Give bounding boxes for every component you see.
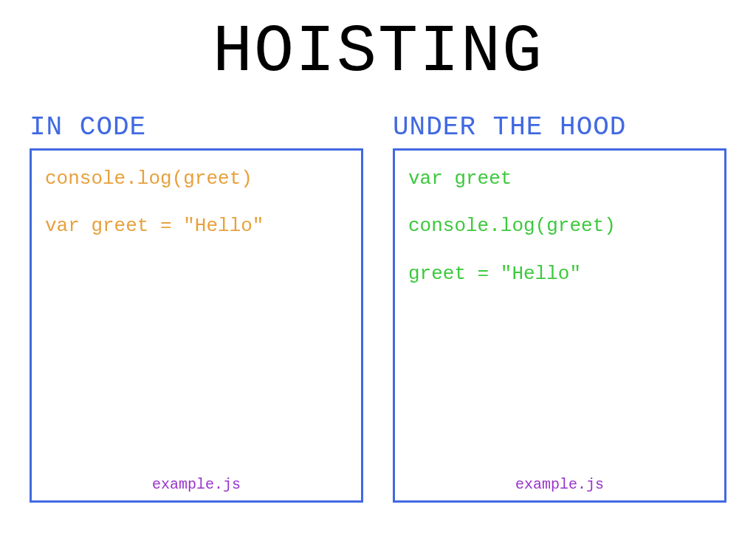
right-code-box: var greet console.log(greet) greet = "He… (393, 148, 726, 503)
code-line: console.log(greet) (45, 165, 348, 192)
left-code-box: console.log(greet) var greet = "Hello" e… (30, 148, 363, 503)
left-filename: example.js (32, 476, 361, 493)
right-filename: example.js (395, 476, 724, 493)
code-line: console.log(greet) (408, 213, 711, 239)
left-column-header: IN CODE (30, 112, 363, 142)
page-title: HOISTING (30, 15, 726, 90)
code-line: greet = "Hello" (408, 261, 711, 287)
code-line: var greet = "Hello" (45, 213, 348, 239)
left-column: IN CODE console.log(greet) var greet = "… (30, 112, 363, 503)
right-column: UNDER THE HOOD var greet console.log(gre… (393, 112, 726, 503)
code-line: var greet (408, 165, 711, 192)
right-column-header: UNDER THE HOOD (393, 112, 726, 142)
columns-container: IN CODE console.log(greet) var greet = "… (30, 112, 726, 503)
